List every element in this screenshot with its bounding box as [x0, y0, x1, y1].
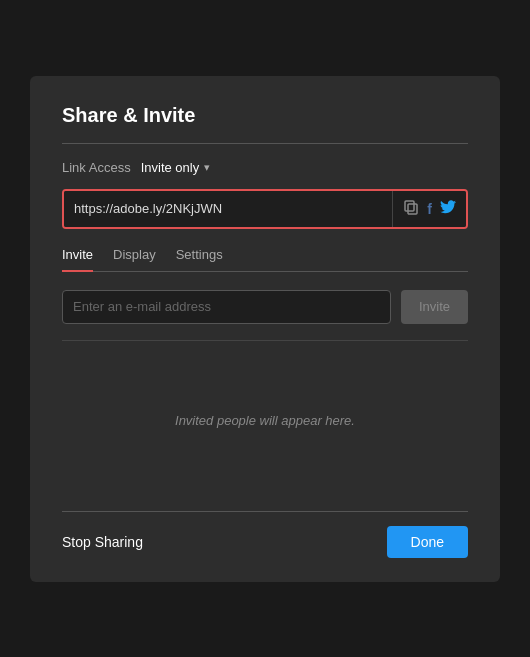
svg-rect-1 [405, 201, 414, 211]
title-divider [62, 143, 468, 144]
modal-footer: Stop Sharing Done [62, 511, 468, 558]
tab-display[interactable]: Display [113, 247, 156, 272]
url-icons-group: f [392, 191, 466, 227]
tab-settings[interactable]: Settings [176, 247, 223, 272]
twitter-icon[interactable] [440, 200, 456, 217]
done-button[interactable]: Done [387, 526, 468, 558]
tab-invite[interactable]: Invite [62, 247, 93, 272]
stop-sharing-button[interactable]: Stop Sharing [62, 534, 143, 550]
chevron-down-icon: ▾ [204, 161, 210, 174]
link-access-row: Link Access Invite only ▾ [62, 160, 468, 175]
invite-submit-button[interactable]: Invite [401, 290, 468, 324]
copy-icon[interactable] [403, 199, 419, 218]
svg-rect-0 [408, 204, 417, 214]
share-invite-modal: Share & Invite Link Access Invite only ▾… [30, 76, 500, 582]
invite-section: Invite Invited people will appear here. [62, 290, 468, 501]
facebook-icon[interactable]: f [427, 201, 432, 217]
invite-input-row: Invite [62, 290, 468, 324]
empty-state-text: Invited people will appear here. [62, 341, 468, 501]
tabs: Invite Display Settings [62, 247, 468, 272]
email-input[interactable] [62, 290, 391, 324]
invite-only-dropdown[interactable]: Invite only ▾ [141, 160, 211, 175]
url-row: f [62, 189, 468, 229]
link-access-label: Link Access [62, 160, 131, 175]
invite-only-value: Invite only [141, 160, 200, 175]
url-input[interactable] [64, 191, 392, 227]
modal-title: Share & Invite [62, 104, 468, 127]
